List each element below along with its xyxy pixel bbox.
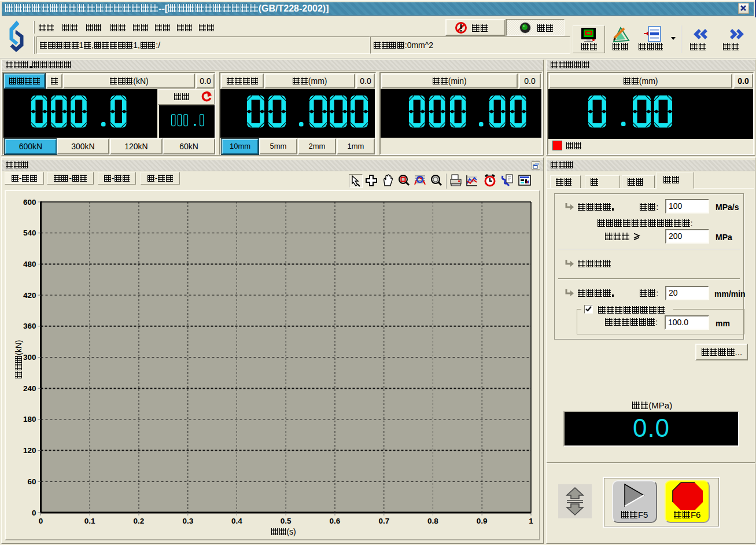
svg-text:0.4: 0.4: [231, 517, 242, 525]
svg-text:0: 0: [39, 517, 43, 525]
svg-text:540: 540: [23, 229, 36, 237]
svg-text:240: 240: [23, 384, 36, 393]
svg-text:0.7: 0.7: [378, 517, 389, 525]
svg-text:360: 360: [23, 322, 36, 330]
svg-text:300: 300: [23, 353, 36, 362]
svg-text:1: 1: [529, 517, 533, 525]
svg-text:600: 600: [23, 198, 36, 207]
svg-text:60: 60: [27, 477, 36, 486]
svg-text:180: 180: [23, 415, 36, 424]
svg-text:480: 480: [23, 260, 36, 268]
svg-text:0.2: 0.2: [134, 517, 145, 525]
svg-text:0.6: 0.6: [330, 517, 341, 525]
svg-text:0.5: 0.5: [281, 517, 292, 525]
svg-text:0.3: 0.3: [182, 517, 193, 525]
svg-text:420: 420: [23, 291, 36, 300]
svg-text:0.8: 0.8: [427, 517, 438, 525]
svg-text:0: 0: [32, 509, 36, 517]
svg-text:120: 120: [23, 446, 36, 455]
svg-text:0.9: 0.9: [477, 517, 488, 525]
svg-text:0.1: 0.1: [84, 517, 95, 525]
